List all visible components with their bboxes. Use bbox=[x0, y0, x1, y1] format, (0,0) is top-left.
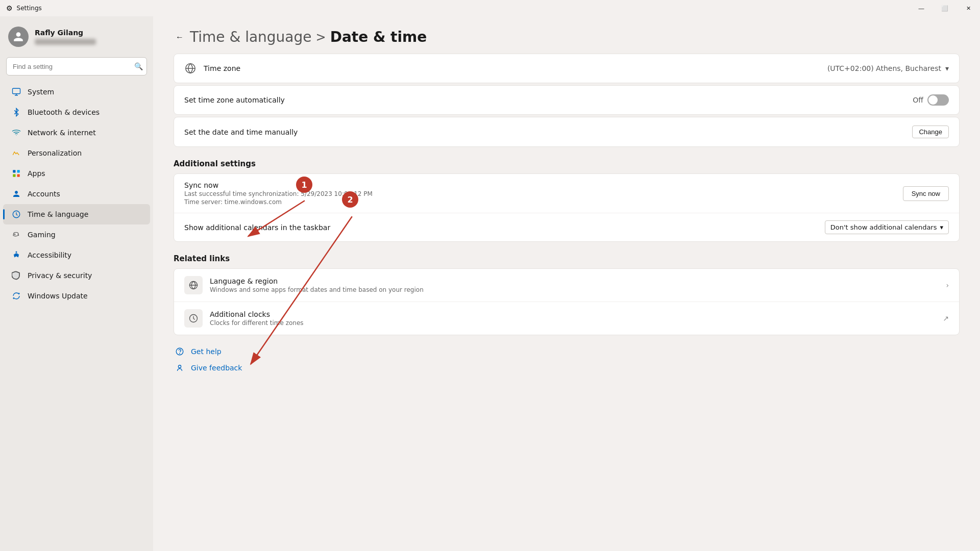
manual-date-label: Set the date and time manually bbox=[184, 128, 298, 136]
search-input[interactable] bbox=[6, 57, 147, 76]
breadcrumb-current: Date & time bbox=[330, 29, 427, 45]
maximize-button[interactable]: ⬜ bbox=[933, 0, 957, 16]
auto-timezone-state: Off bbox=[913, 96, 923, 104]
sync-card: Sync now Last successful time synchroniz… bbox=[174, 173, 960, 242]
calendars-chevron-icon: ▾ bbox=[940, 223, 943, 231]
user-email-blurred bbox=[35, 39, 96, 45]
svg-point-6 bbox=[16, 252, 17, 253]
get-help-label: Get help bbox=[191, 347, 222, 356]
annotation-2-label: 2 bbox=[347, 195, 353, 205]
manual-date-row: Set the date and time manually Change bbox=[174, 117, 959, 146]
network-icon bbox=[11, 128, 21, 138]
privacy-icon bbox=[11, 270, 21, 281]
breadcrumb: ← Time & language > Date & time bbox=[174, 29, 960, 45]
accessibility-label: Accessibility bbox=[28, 251, 71, 259]
get-help-link[interactable]: Get help bbox=[174, 345, 960, 358]
annotation-1-label: 1 bbox=[301, 180, 307, 190]
system-label: System bbox=[28, 88, 54, 96]
calendars-label: Show additional calendars in the taskbar bbox=[184, 223, 825, 232]
update-label: Windows Update bbox=[28, 292, 88, 300]
language-region-title: Language & region bbox=[210, 277, 946, 285]
auto-timezone-toggle[interactable] bbox=[927, 94, 949, 106]
sidebar-item-update[interactable]: Windows Update bbox=[3, 286, 150, 306]
change-button[interactable]: Change bbox=[912, 126, 949, 138]
language-region-row[interactable]: Language & region Windows and some apps … bbox=[174, 269, 959, 302]
annotation-1: 1 bbox=[296, 177, 312, 193]
auto-timezone-label: Set time zone automatically bbox=[184, 96, 285, 104]
sidebar-item-accounts[interactable]: Accounts bbox=[3, 184, 150, 204]
manual-date-left: Set the date and time manually bbox=[184, 128, 912, 136]
sidebar-item-apps[interactable]: Apps bbox=[3, 163, 150, 184]
apps-icon bbox=[11, 168, 21, 179]
minimize-button[interactable]: — bbox=[910, 0, 933, 16]
sidebar-item-network[interactable]: Network & internet bbox=[3, 122, 150, 143]
sync-now-button[interactable]: Sync now bbox=[903, 186, 949, 201]
timezone-card: Time zone (UTC+02:00) Athens, Bucharest … bbox=[174, 54, 960, 83]
breadcrumb-separator: > bbox=[316, 30, 326, 44]
search-icon: 🔍 bbox=[134, 62, 143, 70]
svg-rect-1 bbox=[13, 170, 15, 172]
language-region-info: Language & region Windows and some apps … bbox=[210, 277, 946, 293]
bluetooth-label: Bluetooth & devices bbox=[28, 108, 100, 116]
user-info: Rafly Gilang bbox=[35, 29, 96, 45]
language-region-arrow-icon: › bbox=[946, 281, 949, 289]
calendars-dropdown[interactable]: Don't show additional calendars ▾ bbox=[825, 220, 949, 234]
external-link-icon: ↗ bbox=[943, 314, 949, 322]
bluetooth-icon bbox=[11, 107, 21, 117]
personalization-icon bbox=[11, 148, 21, 158]
gaming-icon bbox=[11, 230, 21, 240]
sidebar-item-personalization[interactable]: Personalization bbox=[3, 143, 150, 163]
accessibility-icon bbox=[11, 250, 21, 260]
close-button[interactable]: ✕ bbox=[957, 0, 980, 16]
toggle-knob bbox=[928, 95, 938, 105]
sidebar-item-time[interactable]: Time & language bbox=[3, 204, 150, 224]
back-button[interactable]: ← bbox=[174, 31, 186, 44]
additional-clocks-row[interactable]: Additional clocks Clocks for different t… bbox=[174, 302, 959, 335]
accounts-icon bbox=[11, 189, 21, 199]
sidebar-item-accessibility[interactable]: Accessibility bbox=[3, 245, 150, 265]
update-icon bbox=[11, 291, 21, 301]
timezone-label: Time zone bbox=[204, 64, 240, 72]
additional-clocks-subtitle: Clocks for different time zones bbox=[210, 319, 943, 327]
breadcrumb-parent: Time & language bbox=[190, 29, 312, 45]
avatar bbox=[8, 27, 29, 47]
feedback-icon bbox=[174, 362, 186, 374]
app-container: Rafly Gilang 🔍 System Bluetoo bbox=[0, 16, 980, 551]
sidebar-item-gaming[interactable]: Gaming bbox=[3, 224, 150, 245]
additional-clocks-title: Additional clocks bbox=[210, 310, 943, 318]
additional-clocks-icon bbox=[184, 309, 203, 328]
svg-rect-3 bbox=[13, 174, 15, 177]
give-feedback-link[interactable]: Give feedback bbox=[174, 362, 960, 374]
timezone-value-container[interactable]: (UTC+02:00) Athens, Bucharest ▾ bbox=[827, 64, 949, 72]
system-icon bbox=[11, 87, 21, 97]
auto-timezone-left: Set time zone automatically bbox=[184, 96, 913, 104]
additional-settings-title: Additional settings bbox=[174, 149, 960, 173]
related-links-title: Related links bbox=[174, 244, 960, 268]
network-label: Network & internet bbox=[28, 129, 96, 137]
privacy-label: Privacy & security bbox=[28, 271, 92, 280]
apps-label: Apps bbox=[28, 169, 45, 178]
timezone-chevron-icon: ▾ bbox=[945, 64, 949, 72]
sync-title: Sync now bbox=[184, 181, 903, 189]
svg-point-15 bbox=[180, 353, 180, 354]
give-feedback-label: Give feedback bbox=[191, 364, 242, 372]
related-links-card: Language & region Windows and some apps … bbox=[174, 268, 960, 335]
time-icon bbox=[11, 209, 21, 219]
auto-timezone-right: Off bbox=[913, 94, 949, 106]
language-region-icon bbox=[184, 276, 203, 294]
titlebar-left: ⚙ Settings bbox=[6, 4, 42, 12]
app-icon: ⚙ bbox=[6, 4, 13, 12]
manual-date-card: Set the date and time manually Change bbox=[174, 117, 960, 147]
sync-row: Sync now Last successful time synchroniz… bbox=[174, 174, 959, 213]
timezone-row[interactable]: Time zone (UTC+02:00) Athens, Bucharest … bbox=[174, 54, 959, 83]
nav-list: System Bluetooth & devices Network & int… bbox=[0, 82, 153, 306]
svg-rect-2 bbox=[17, 170, 20, 172]
sync-subtitle2: Time server: time.windows.com bbox=[184, 198, 903, 206]
sidebar-item-bluetooth[interactable]: Bluetooth & devices bbox=[3, 102, 150, 122]
sidebar-item-system[interactable]: System bbox=[3, 82, 150, 102]
language-region-subtitle: Windows and some apps format dates and t… bbox=[210, 286, 946, 293]
globe-icon bbox=[184, 62, 197, 74]
sync-info: Sync now Last successful time synchroniz… bbox=[184, 181, 903, 206]
sidebar-item-privacy[interactable]: Privacy & security bbox=[3, 265, 150, 286]
titlebar-controls: — ⬜ ✕ bbox=[910, 0, 980, 16]
